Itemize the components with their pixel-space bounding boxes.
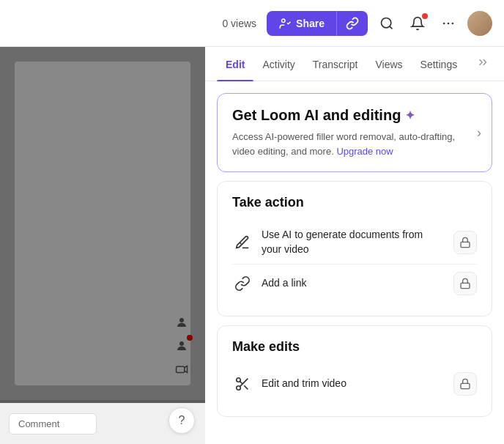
svg-point-5 [179,318,184,322]
comment-input[interactable]: Comment [9,413,97,434]
link-copy-button[interactable] [336,11,368,36]
video-area: Comment ? [0,47,205,444]
make-edits-title: Make edits [232,339,477,355]
panel-content: Get Loom AI and editing ✦ Access AI-powe… [205,81,504,444]
scissors-icon [232,374,253,394]
tab-settings[interactable]: Settings [412,47,467,81]
svg-point-4 [452,22,454,24]
share-people-icon [278,17,292,30]
lock-icon [459,237,471,248]
share-label: Share [296,18,325,29]
action-item-edit-trim: Edit and trim video [232,365,477,403]
main-layout: Comment ? Edit Activity Transcript Views… [0,47,504,444]
ai-edit-icon [232,232,253,253]
tab-activity[interactable]: Activity [253,47,303,81]
person-badge-icon [173,337,190,355]
upgrade-link[interactable]: Upgrade now [336,146,393,157]
svg-point-3 [448,22,450,24]
action-item-ai-docs: Use AI to generate documents from your v… [232,221,477,264]
avatar[interactable] [467,11,492,36]
svg-point-2 [443,22,445,24]
video-content [0,47,205,400]
svg-line-13 [244,385,248,389]
tab-views[interactable]: Views [367,47,412,81]
svg-rect-9 [461,284,470,289]
tab-edit[interactable]: Edit [217,47,253,81]
svg-point-11 [237,386,241,391]
add-link-lock-button[interactable] [453,272,477,295]
svg-point-0 [282,19,286,23]
link-icon [346,17,359,30]
take-action-title: Take action [232,195,477,210]
ai-banner-title: Get Loom AI and editing ✦ [232,107,462,124]
tabs-expand-icon[interactable] [473,53,492,75]
svg-rect-15 [461,384,470,389]
svg-point-1 [382,18,391,27]
tab-transcript[interactable]: Transcript [304,47,367,81]
ai-docs-text: Use AI to generate documents from your v… [262,228,445,256]
svg-point-6 [179,341,184,346]
make-edits-card: Make edits Edit and trim video [217,325,492,417]
lock-icon [459,378,471,390]
search-icon [379,16,394,31]
right-panel: Edit Activity Transcript Views Settings … [205,47,504,444]
ai-banner-card[interactable]: Get Loom AI and editing ✦ Access AI-powe… [217,93,492,172]
avatar-image [467,11,492,36]
ai-banner-chevron-icon: › [477,125,481,141]
take-action-card: Take action Use AI to generate documents… [217,181,492,317]
svg-line-14 [240,382,242,385]
video-icons [173,314,190,378]
help-button[interactable]: ? [168,407,195,434]
edit-trim-text: Edit and trim video [262,377,445,391]
video-panel: Comment ? [0,47,205,444]
svg-rect-7 [177,366,185,372]
action-item-add-link: Add a link [232,264,477,303]
person-icon [173,314,190,331]
svg-point-10 [237,378,241,382]
ai-banner-description: Access AI-powered filler word removal, a… [232,130,462,158]
ai-docs-lock-button[interactable] [453,231,477,254]
tabs-bar: Edit Activity Transcript Views Settings [205,47,504,81]
camera-icon [173,360,190,378]
svg-rect-8 [461,242,470,247]
views-count: 0 views [222,18,256,29]
notifications-button[interactable] [406,12,429,35]
notification-badge [422,13,428,19]
video-thumbnail [15,62,190,385]
add-link-text: Add a link [262,276,445,291]
header: 0 views Share [0,0,504,47]
share-button[interactable]: Share [267,11,336,36]
share-button-group: Share [267,11,368,36]
more-icon [441,16,456,31]
lock-icon [459,278,471,289]
help-label: ? [179,414,185,427]
more-options-button[interactable] [437,12,460,35]
link-icon [232,273,253,294]
sparkle-icon: ✦ [405,108,415,122]
edit-trim-lock-button[interactable] [453,372,477,396]
search-button[interactable] [375,12,399,35]
